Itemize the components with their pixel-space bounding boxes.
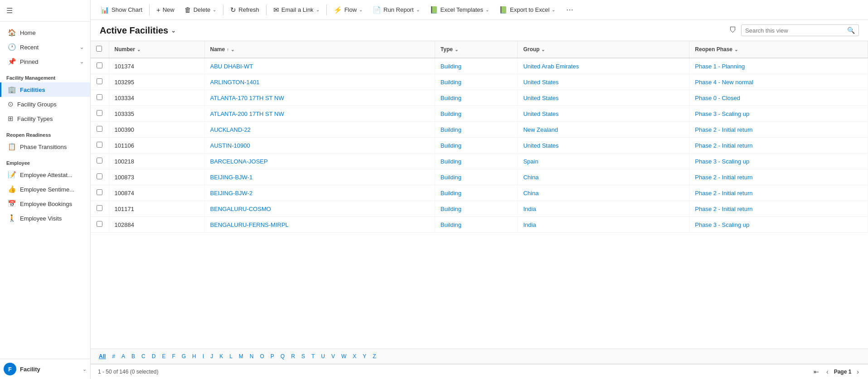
row-checkbox-cell[interactable] bbox=[91, 169, 109, 185]
alpha-o[interactable]: O bbox=[257, 352, 267, 361]
prev-page-button[interactable]: ‹ bbox=[824, 367, 830, 376]
row-checkbox[interactable] bbox=[97, 142, 102, 148]
reopen-phase-cell[interactable]: Phase 2 - Initial return bbox=[689, 185, 868, 201]
reopen-phase-cell[interactable]: Phase 2 - Initial return bbox=[689, 138, 868, 154]
sort-dropdown-icon[interactable]: ⌄ bbox=[541, 47, 545, 52]
row-checkbox[interactable] bbox=[97, 189, 102, 195]
sort-dropdown-icon[interactable]: ⌄ bbox=[231, 47, 234, 52]
name-cell[interactable]: ARLINGTON-1401 bbox=[204, 74, 435, 90]
alpha-m[interactable]: M bbox=[236, 352, 246, 361]
row-checkbox-cell[interactable] bbox=[91, 217, 109, 233]
alpha-p[interactable]: P bbox=[268, 352, 277, 361]
alpha-s[interactable]: S bbox=[299, 352, 308, 361]
alpha-all[interactable]: All bbox=[96, 352, 108, 361]
type-cell[interactable]: Building bbox=[435, 217, 518, 233]
type-cell[interactable]: Building bbox=[435, 185, 518, 201]
group-cell[interactable]: United States bbox=[518, 74, 689, 90]
more-options-button[interactable]: ⋯ bbox=[563, 4, 577, 16]
select-all-input[interactable] bbox=[96, 46, 102, 52]
type-cell[interactable]: Building bbox=[435, 106, 518, 122]
sidebar-item-recent[interactable]: 🕐 Recent ⌄ bbox=[0, 40, 90, 54]
row-checkbox-cell[interactable] bbox=[91, 185, 109, 201]
alpha-y[interactable]: Y bbox=[360, 352, 369, 361]
run-report-button[interactable]: 📄 Run Report⌄ bbox=[368, 4, 424, 16]
group-cell[interactable]: China bbox=[518, 185, 689, 201]
search-input[interactable] bbox=[745, 27, 844, 34]
reopen-phase-cell[interactable]: Phase 3 - Scaling up bbox=[689, 106, 868, 122]
sidebar-item-home[interactable]: 🏠 Home bbox=[0, 25, 90, 40]
reopen-phase-cell[interactable]: Phase 0 - Closed bbox=[689, 90, 868, 106]
alpha-j[interactable]: J bbox=[208, 352, 216, 361]
alpha-e[interactable]: E bbox=[159, 352, 168, 361]
name-cell[interactable]: BARCELONA-JOSEP bbox=[204, 154, 435, 169]
column-header-group[interactable]: Group ⌄ bbox=[518, 41, 689, 58]
group-cell[interactable]: India bbox=[518, 217, 689, 233]
name-cell[interactable]: BENGALURU-FERNS-MIRPL bbox=[204, 217, 435, 233]
sort-dropdown-icon[interactable]: ⌄ bbox=[455, 47, 458, 52]
excel-templates-button[interactable]: 📗 Excel Templates⌄ bbox=[425, 4, 494, 16]
sidebar-item-employee-bookings[interactable]: 📅 Employee Bookings bbox=[0, 197, 90, 211]
row-checkbox[interactable] bbox=[97, 126, 102, 132]
dropdown-arrow-icon[interactable]: ⌄ bbox=[359, 7, 363, 12]
row-checkbox[interactable] bbox=[97, 62, 102, 68]
row-checkbox-cell[interactable] bbox=[91, 58, 109, 74]
dropdown-arrow-icon[interactable]: ⌄ bbox=[213, 7, 216, 12]
group-cell[interactable]: United States bbox=[518, 90, 689, 106]
name-cell[interactable]: AUCKLAND-22 bbox=[204, 122, 435, 138]
group-cell[interactable]: United Arab Emirates bbox=[518, 58, 689, 74]
alpha-q[interactable]: Q bbox=[278, 352, 287, 361]
column-header-reopen_phase[interactable]: Reopen Phase ⌄ bbox=[689, 41, 868, 58]
alpha-c[interactable]: C bbox=[139, 352, 148, 361]
alpha-w[interactable]: W bbox=[339, 352, 349, 361]
row-checkbox[interactable] bbox=[97, 110, 102, 116]
alpha-b[interactable]: B bbox=[129, 352, 138, 361]
name-cell[interactable]: ATLANTA-200 17TH ST NW bbox=[204, 106, 435, 122]
alpha-a[interactable]: A bbox=[119, 352, 128, 361]
show-chart-button[interactable]: 📊 Show Chart bbox=[96, 4, 147, 16]
type-cell[interactable]: Building bbox=[435, 58, 518, 74]
refresh-button[interactable]: ↻ Refresh bbox=[226, 4, 264, 16]
type-cell[interactable]: Building bbox=[435, 201, 518, 217]
group-cell[interactable]: New Zealand bbox=[518, 122, 689, 138]
alpha-z[interactable]: Z bbox=[370, 352, 378, 361]
row-checkbox-cell[interactable] bbox=[91, 154, 109, 169]
row-checkbox-cell[interactable] bbox=[91, 106, 109, 122]
export-excel-button[interactable]: 📗 Export to Excel⌄ bbox=[495, 4, 560, 16]
select-all-checkbox[interactable] bbox=[91, 41, 109, 58]
row-checkbox[interactable] bbox=[97, 78, 102, 84]
type-cell[interactable]: Building bbox=[435, 138, 518, 154]
group-cell[interactable]: United States bbox=[518, 138, 689, 154]
sidebar-item-facilities[interactable]: 🏢 Facilities bbox=[0, 82, 90, 97]
alpha-g[interactable]: G bbox=[179, 352, 189, 361]
flow-button[interactable]: ⚡ Flow⌄ bbox=[329, 4, 367, 16]
next-page-button[interactable]: › bbox=[855, 367, 861, 376]
sidebar-item-employee-sentiment[interactable]: 👍 Employee Sentime... bbox=[0, 182, 90, 197]
reopen-phase-cell[interactable]: Phase 4 - New normal bbox=[689, 74, 868, 90]
type-cell[interactable]: Building bbox=[435, 90, 518, 106]
alpha-k[interactable]: K bbox=[217, 352, 226, 361]
type-cell[interactable]: Building bbox=[435, 169, 518, 185]
type-cell[interactable]: Building bbox=[435, 154, 518, 169]
alpha-h[interactable]: H bbox=[189, 352, 199, 361]
dropdown-arrow-icon[interactable]: ⌄ bbox=[316, 7, 320, 12]
type-cell[interactable]: Building bbox=[435, 74, 518, 90]
hamburger-icon[interactable]: ☰ bbox=[4, 5, 87, 17]
alpha-f[interactable]: F bbox=[169, 352, 178, 361]
reopen-phase-cell[interactable]: Phase 2 - Initial return bbox=[689, 169, 868, 185]
type-cell[interactable]: Building bbox=[435, 122, 518, 138]
reopen-phase-cell[interactable]: Phase 1 - Planning bbox=[689, 58, 868, 74]
alpha-r[interactable]: R bbox=[288, 352, 298, 361]
alpha-v[interactable]: V bbox=[329, 352, 338, 361]
group-cell[interactable]: Spain bbox=[518, 154, 689, 169]
row-checkbox[interactable] bbox=[97, 94, 102, 100]
reopen-phase-cell[interactable]: Phase 3 - Scaling up bbox=[689, 154, 868, 169]
email-link-button[interactable]: ✉ Email a Link⌄ bbox=[269, 4, 324, 16]
view-title-dropdown-icon[interactable]: ⌄ bbox=[171, 27, 176, 34]
reopen-phase-cell[interactable]: Phase 2 - Initial return bbox=[689, 122, 868, 138]
sort-dropdown-icon[interactable]: ⌄ bbox=[734, 47, 738, 52]
name-cell[interactable]: BENGALURU-COSMO bbox=[204, 201, 435, 217]
sidebar-bottom[interactable]: F Facility ⌄ bbox=[0, 359, 90, 379]
column-header-name[interactable]: Name ↑ ⌄ bbox=[204, 41, 435, 58]
alpha-n[interactable]: N bbox=[247, 352, 257, 361]
row-checkbox[interactable] bbox=[97, 158, 102, 163]
